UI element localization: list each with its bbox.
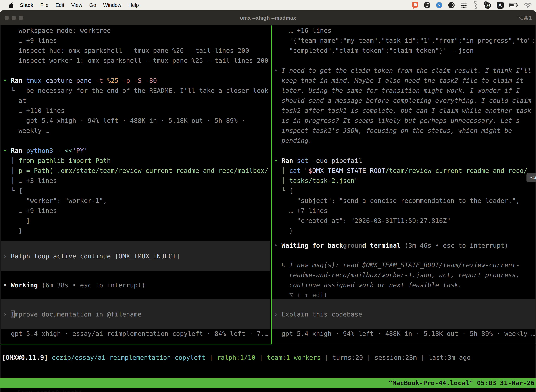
title-bar[interactable]: omx --xhigh --madmax ⌥⌘1 xyxy=(0,10,536,25)
dots-grid-icon[interactable] xyxy=(460,1,467,9)
terminal-line: • Ran set -euo pipefail xyxy=(274,156,536,166)
terminal-line: … +9 lines xyxy=(3,36,271,46)
window-title: omx --xhigh --madmax xyxy=(0,10,536,25)
inject-banner: › Ralph loop active continue [OMX_TMUX_I… xyxy=(1,241,270,271)
shield-grid-icon[interactable] xyxy=(424,1,430,9)
left-pane-border xyxy=(0,344,272,344)
left-prompt-text: › Improve documentation in @filename xyxy=(1,309,142,319)
terminal-line: } xyxy=(274,226,536,236)
left-pane-output: workspace_mode: worktree … +9 lines insp… xyxy=(3,25,271,236)
tmux-status-bar: [omx-cczip0:bash* "MacBook-Pro-44.local"… xyxy=(0,378,536,388)
tmux-host-time: "MacBook-Pro-44.local" 05:03 31-Mar-26 xyxy=(389,378,535,388)
terminal-line: └ { xyxy=(3,186,271,196)
terminal-line: │ cat "$OMX_TEAM_STATE_ROOT/team/review-… xyxy=(274,166,536,176)
terminal-line: ⌥ + ↑ edit xyxy=(274,290,536,300)
squiggle-icon[interactable] xyxy=(473,1,478,9)
menu-item-file[interactable]: File xyxy=(40,2,48,8)
terminal-line: inspect_hud: omx sparkshell --tmux-pane … xyxy=(3,46,271,56)
terminal-line xyxy=(3,135,271,146)
working-status: • Working (6m 38s • esc to interrupt) xyxy=(3,280,271,290)
terminal-line: is in progress? It seems likely but perh… xyxy=(274,116,536,126)
omx-status-line: [OMX#0.11.9] cczip/essay/ai-reimplementa… xyxy=(2,352,536,363)
menu-item-help[interactable]: Help xyxy=(128,2,139,8)
tooltip: Scre xyxy=(526,173,536,182)
terminal-line: "completed","claim_token":"claim-token"}… xyxy=(274,46,536,56)
terminal-line: └ { xyxy=(274,186,536,196)
terminal-line: should send a message before completing … xyxy=(274,96,536,106)
terminal-line: … +16 lines xyxy=(274,25,536,36)
terminal-line: at xyxy=(3,96,271,106)
terminal-line: • I need to get the claim token from the… xyxy=(274,65,536,75)
menu-app-name[interactable]: Slack xyxy=(20,2,33,8)
pane-divider[interactable] xyxy=(271,25,272,344)
menu-bar: Slack FileEditViewGoWindowHelp ..61 A xyxy=(0,0,536,10)
terminal-line: "worker": "worker-1", xyxy=(3,196,271,206)
terminal-line: task2 after task1 is complete, but can I… xyxy=(274,106,536,116)
terminal-line: • Ran python3 - <<'PY' xyxy=(3,146,271,156)
mailbox-hint: ↳ 1 new msg(s): read $OMX_TEAM_STATE_ROO… xyxy=(274,260,536,300)
badge-count: ..61 xyxy=(486,4,490,7)
terminal-line: later. Using the same for transition mig… xyxy=(274,85,536,96)
left-status-line: gpt-5.4 xhigh · essay/ai-reimplementatio… xyxy=(3,329,271,339)
terminal-line: │ … +3 lines xyxy=(3,176,271,186)
terminal-line: ] xyxy=(3,216,271,226)
wifi-icon[interactable] xyxy=(524,2,532,8)
terminal-line: '{"team_name":"my-team","task_id":"1","f… xyxy=(274,36,536,46)
terminal-line: │ from pathlib import Path xyxy=(3,156,271,166)
window-left-edge xyxy=(0,25,0,392)
menu-item-edit[interactable]: Edit xyxy=(56,2,64,8)
terminal-line: pending. xyxy=(274,135,536,146)
terminal-window: omx --xhigh --madmax ⌥⌘1 workspace_mode:… xyxy=(0,10,536,392)
terminal-line: workspace_mode: worktree xyxy=(3,25,271,36)
terminal-line: … +7 lines xyxy=(274,206,536,216)
terminal-line: … +110 lines xyxy=(3,106,271,116)
terminal-line xyxy=(274,56,536,65)
menu-item-window[interactable]: Window xyxy=(103,2,121,8)
apple-menu-icon[interactable] xyxy=(9,2,14,8)
right-status-line: gpt-5.4 xhigh · 94% left · 488K in · 5.1… xyxy=(274,329,536,339)
crescent-icon[interactable] xyxy=(448,1,455,9)
terminal-line: "subject": "send a concise recommendatio… xyxy=(274,196,536,206)
timer-badge-icon[interactable]: ..61 xyxy=(483,1,491,9)
input-source-letter: A xyxy=(498,2,502,8)
network-bolt-icon[interactable] xyxy=(436,1,442,9)
inject-banner-text: › Ralph loop active continue [OMX_TMUX_I… xyxy=(1,251,180,261)
terminal-line: "created_at": "2026-03-31T11:59:27.816Z" xyxy=(274,216,536,226)
terminal-line: │ p = Path('.omx/state/team/review-curre… xyxy=(3,166,271,176)
left-prompt-input[interactable]: › Improve documentation in @filename xyxy=(1,299,270,329)
terminal-line: │ tasks/task-2.json" xyxy=(274,176,536,186)
window-shortcut: ⌥⌘1 xyxy=(517,10,532,25)
terminal-line: └ be necessary for the end of the README… xyxy=(3,85,271,96)
battery-icon[interactable] xyxy=(509,2,518,8)
terminal-line xyxy=(3,65,271,75)
terminal-line: continue assigned work or next feasible … xyxy=(274,280,536,290)
right-pane-border xyxy=(272,344,536,344)
right-prompt-text: › Explain this codebase xyxy=(273,309,362,319)
menu-status-icons: ..61 A xyxy=(412,1,532,9)
chat-app-icon[interactable] xyxy=(412,1,419,9)
menu-item-go[interactable]: Go xyxy=(89,2,96,8)
right-pane-output: … +16 lines '{"team_name":"my-team","tas… xyxy=(274,25,536,236)
tmux-session-label: [omx-cczip0:bash* xyxy=(15,389,82,392)
terminal-line: weekly … xyxy=(3,126,271,135)
terminal-line: inspect task2's JSON, focusing on the st… xyxy=(274,126,536,135)
terminal-line: ↳ 1 new msg(s): read $OMX_TEAM_STATE_ROO… xyxy=(274,260,536,270)
terminal-line: keep that in mind. Maybe I also need the… xyxy=(274,75,536,85)
menu-item-view[interactable]: View xyxy=(72,2,82,8)
waiting-status: • Waiting for background terminal (3m 46… xyxy=(274,240,536,250)
terminal-line xyxy=(274,146,536,156)
terminal-line: } xyxy=(3,226,271,236)
input-source-icon[interactable]: A xyxy=(497,2,504,9)
terminal-line: • Ran tmux capture-pane -t %25 -p -S -80 xyxy=(3,75,271,85)
terminal-line: … +9 lines xyxy=(3,206,271,216)
right-prompt-input[interactable]: › Explain this codebase xyxy=(273,299,536,329)
terminal-line: readme-and-reco/mailbox/worker-1.json, a… xyxy=(274,270,536,280)
terminal-line: gpt-5.4 xhigh · 94% left · 488K in · 5.1… xyxy=(3,116,271,126)
terminal-line: inspect_worker-1: omx sparkshell --tmux-… xyxy=(3,56,271,65)
